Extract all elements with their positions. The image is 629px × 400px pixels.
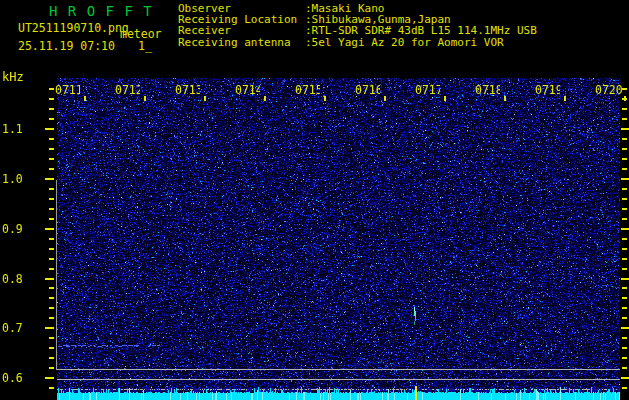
freq-tick-right xyxy=(621,128,629,130)
freq-tick-right xyxy=(622,108,627,110)
freq-label: 0.8 xyxy=(2,272,32,286)
freq-tick-left xyxy=(49,218,54,220)
freq-tick-left xyxy=(45,278,54,280)
echo-counter: 1_ xyxy=(138,39,152,53)
freq-tick-right xyxy=(622,138,627,140)
station-info-row: Receiver:RTL-SDR SDR# 43dB L15 114.1MHz … xyxy=(178,24,297,35)
freq-tick-left xyxy=(49,98,54,100)
minute-tick xyxy=(264,96,266,101)
time-label: 0717 xyxy=(415,83,440,97)
freq-tick-right xyxy=(622,218,627,220)
time-label: 0714 xyxy=(235,83,260,97)
minute-tick xyxy=(564,96,566,101)
freq-tick-right xyxy=(622,258,627,260)
freq-tick-left xyxy=(45,327,54,329)
station-info-row: Receiving Location:Shibukawa,Gunma,Japan xyxy=(178,13,297,24)
freq-tick-right xyxy=(622,198,627,200)
time-label-last-digit: 5 xyxy=(316,83,320,97)
freq-tick-right xyxy=(621,278,629,280)
time-label-text: 072 xyxy=(595,83,616,97)
minute-tick xyxy=(444,96,446,101)
freq-tick-left xyxy=(49,118,54,120)
freq-tick-right xyxy=(622,88,627,90)
freq-tick-right xyxy=(622,158,627,160)
freq-tick-right xyxy=(622,268,627,270)
time-label-last-digit: 7 xyxy=(436,83,440,97)
freq-axis-unit-label: kHz xyxy=(2,70,24,84)
freq-tick-left xyxy=(49,248,54,250)
freq-tick-right xyxy=(622,238,627,240)
spectrogram-canvas xyxy=(57,78,620,400)
freq-tick-left xyxy=(45,377,54,379)
info-value: :5el Yagi Az 20 for Aomori VOR xyxy=(305,36,504,49)
freq-tick-left xyxy=(49,297,54,299)
time-label-last-digit: 9 xyxy=(556,83,560,97)
minute-tick xyxy=(204,96,206,101)
app-title: H R O F F T xyxy=(49,3,153,19)
time-label: 0719 xyxy=(535,83,560,97)
freq-tick-right xyxy=(622,248,627,250)
time-label-text: 071 xyxy=(295,83,316,97)
time-label-text: 071 xyxy=(475,83,496,97)
time-label-text: 071 xyxy=(115,83,136,97)
datetime-label: 25.11.19 07:10 xyxy=(18,39,115,53)
freq-tick-right xyxy=(622,297,627,299)
freq-tick-right xyxy=(622,367,627,369)
output-filename: UT2511190710.png xyxy=(18,21,129,35)
freq-tick-right xyxy=(622,287,627,289)
freq-label: 1.0 xyxy=(2,172,32,186)
freq-tick-right xyxy=(622,148,627,150)
grey-vertical-reference-line xyxy=(56,180,57,370)
time-label-last-digit: 1 xyxy=(76,83,80,97)
time-label-text: 071 xyxy=(535,83,556,97)
freq-tick-left xyxy=(49,347,54,349)
freq-tick-left xyxy=(49,258,54,260)
freq-tick-right xyxy=(622,98,627,100)
freq-tick-left xyxy=(49,88,54,90)
time-label-text: 071 xyxy=(415,83,436,97)
freq-tick-left xyxy=(49,357,54,359)
freq-tick-right xyxy=(622,208,627,210)
freq-tick-right xyxy=(621,228,629,230)
minute-tick xyxy=(144,96,146,101)
time-label: 0715 xyxy=(295,83,320,97)
freq-tick-left xyxy=(49,108,54,110)
freq-tick-left xyxy=(49,238,54,240)
freq-tick-right xyxy=(622,387,627,389)
freq-label: 0.9 xyxy=(2,222,32,236)
freq-tick-right xyxy=(622,188,627,190)
freq-tick-left xyxy=(49,307,54,309)
time-label: 0713 xyxy=(175,83,200,97)
freq-tick-right xyxy=(622,337,627,339)
time-label: 0718 xyxy=(475,83,500,97)
freq-tick-left xyxy=(49,208,54,210)
time-label: 0712 xyxy=(115,83,140,97)
time-label-last-digit: 8 xyxy=(496,83,500,97)
station-info-row: Receiving antenna:5el Yagi Az 20 for Aom… xyxy=(178,36,297,47)
freq-tick-left xyxy=(49,198,54,200)
freq-tick-left xyxy=(49,148,54,150)
time-label: 0711 xyxy=(55,83,80,97)
minute-tick xyxy=(324,96,326,101)
freq-tick-left xyxy=(49,268,54,270)
time-label-text: 071 xyxy=(175,83,196,97)
freq-label: 0.6 xyxy=(2,371,32,385)
freq-tick-left xyxy=(45,178,54,180)
time-label-text: 071 xyxy=(235,83,256,97)
freq-tick-left xyxy=(49,387,54,389)
time-label: 0716 xyxy=(355,83,380,97)
time-label: 0720 xyxy=(595,83,623,97)
hrofft-window: H R O F F T UT2511190710.png meteor 25.1… xyxy=(0,0,629,400)
freq-tick-right xyxy=(621,178,629,180)
freq-tick-right xyxy=(622,307,627,309)
freq-tick-left xyxy=(49,158,54,160)
time-label-text: 071 xyxy=(355,83,376,97)
freq-tick-left xyxy=(49,367,54,369)
freq-tick-left xyxy=(49,138,54,140)
time-label-last-digit: 3 xyxy=(196,83,200,97)
info-label: Receiving antenna xyxy=(178,36,291,49)
freq-tick-right xyxy=(622,357,627,359)
station-info-block: Observer:Masaki KanoReceiving Location:S… xyxy=(178,2,297,47)
station-info-row: Observer:Masaki Kano xyxy=(178,2,297,13)
freq-tick-right xyxy=(621,377,629,379)
